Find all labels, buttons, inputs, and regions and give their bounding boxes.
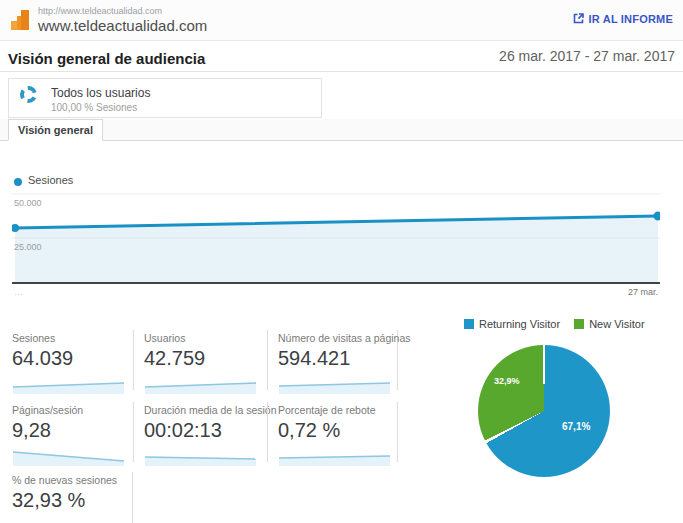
metric-nuevas-sesiones: % de nuevas sesiones 32,93 % [8, 472, 133, 523]
metric-label: Usuarios [144, 332, 267, 344]
sparkline-rebote [278, 446, 392, 466]
tab-strip: Visión general [0, 119, 683, 141]
metric-label: Duración media de la sesión [144, 404, 267, 416]
sparkline-paginas-vistas [278, 374, 392, 394]
sessions-legend-label: Sesiones [28, 174, 73, 186]
metrics-row-2: Páginas/sesión 9,28 Duración media de la… [8, 402, 398, 462]
header-bar: http://www.teldeactualidad.com www.telde… [0, 0, 683, 41]
sparkline-duracion [144, 446, 258, 466]
metrics-row-3: % de nuevas sesiones 32,93 % [8, 472, 133, 523]
new-visitor-label: New Visitor [589, 318, 644, 330]
metric-label: Páginas/sesión [12, 404, 133, 416]
metric-label: Número de visitas a páginas [278, 332, 397, 344]
segment-all-users[interactable]: Todos los usuarios 100,00 % Sesiones [8, 78, 322, 118]
ytick-25000: 25.000 [14, 242, 42, 252]
pie-slice-label-new: 32,9% [494, 376, 520, 386]
xtick-left: … [14, 287, 23, 297]
metric-label: % de nuevas sesiones [12, 474, 132, 486]
title-separator [0, 71, 683, 72]
metric-value: 594.421 [278, 347, 397, 370]
page-title: Visión general de audiencia [8, 50, 205, 67]
segment-donut-icon [20, 86, 37, 103]
pie-legend: Returning Visitor New Visitor [464, 318, 645, 330]
sparkline-sesiones [12, 374, 126, 394]
open-in-new-icon [572, 12, 585, 25]
metric-value: 9,28 [12, 419, 133, 442]
sessions-legend-dot [14, 178, 22, 186]
metric-sesiones: Sesiones 64.039 [8, 330, 133, 390]
metric-duracion-media: Duración media de la sesión 00:02:13 [133, 402, 267, 462]
ytick-50000: 50.000 [14, 198, 42, 208]
sparkline-paginas-sesion [12, 446, 126, 466]
go-to-report-label: IR AL INFORME [589, 13, 674, 25]
date-range[interactable]: 26 mar. 2017 - 27 mar. 2017 [499, 48, 675, 64]
metric-paginas-sesion: Páginas/sesión 9,28 [8, 402, 133, 462]
property-title: www.teldeactualidad.com [38, 17, 207, 34]
metric-usuarios: Usuarios 42.759 [133, 330, 267, 390]
segment-name: Todos los usuarios [51, 86, 150, 100]
metric-value: 64.039 [12, 347, 133, 370]
metric-label: Porcentaje de rebote [278, 404, 397, 416]
analytics-dashboard: http://www.teldeactualidad.com www.telde… [0, 0, 683, 523]
analytics-logo-icon [10, 8, 32, 32]
metric-value: 00:02:13 [144, 419, 267, 442]
sparkline-nuevas-sesiones [12, 516, 126, 523]
metric-rebote: Porcentaje de rebote 0,72 % [267, 402, 398, 462]
sessions-line-chart: 50.000 25.000 … 27 mar. [12, 192, 660, 298]
segment-detail: 100,00 % Sesiones [51, 102, 137, 113]
legend-new-visitor: New Visitor [574, 318, 644, 330]
property-url: http://www.teldeactualidad.com [38, 6, 162, 16]
metric-label: Sesiones [12, 332, 133, 344]
pie-slice-label-returning: 67,1% [562, 421, 590, 432]
metric-value: 42.759 [144, 347, 267, 370]
metrics-row-1: Sesiones 64.039 Usuarios 42.759 Número d… [8, 330, 398, 390]
sparkline-usuarios [144, 374, 258, 394]
xtick-27mar: 27 mar. [628, 287, 658, 297]
tab-vision-general[interactable]: Visión general [8, 119, 103, 141]
metric-paginas-vistas: Número de visitas a páginas 594.421 [267, 330, 398, 390]
go-to-report-link[interactable]: IR AL INFORME [572, 12, 674, 25]
returning-visitor-swatch [464, 319, 474, 329]
visitor-type-pie-chart: 67,1% 32,9% [478, 345, 610, 477]
metric-value: 0,72 % [278, 419, 397, 442]
returning-visitor-label: Returning Visitor [479, 318, 560, 330]
metric-value: 32,93 % [12, 489, 132, 512]
new-visitor-swatch [574, 319, 584, 329]
legend-returning-visitor: Returning Visitor [464, 318, 560, 330]
